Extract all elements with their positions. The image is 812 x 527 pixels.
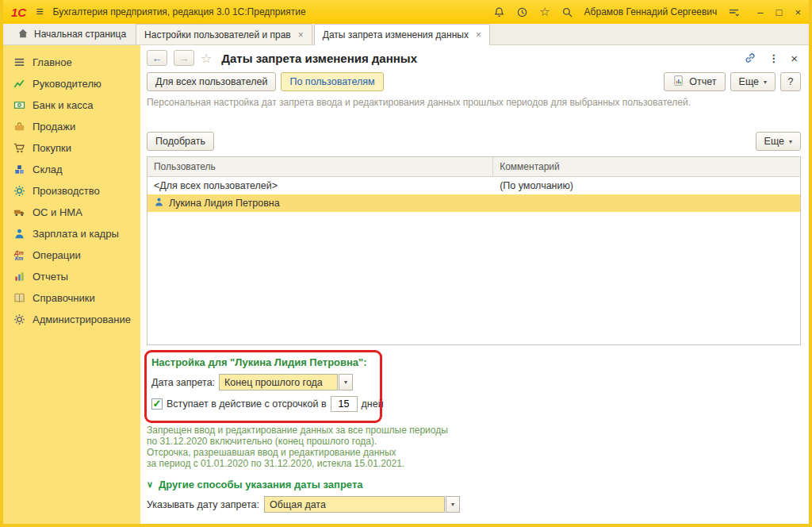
cell-user: <Для всех пользователей> xyxy=(154,180,278,191)
tab-close-icon[interactable]: × xyxy=(476,29,481,40)
back-button[interactable]: ← xyxy=(147,50,167,66)
cell-comment: (По умолчанию) xyxy=(500,180,573,191)
form-header: ← → ☆ Даты запрета изменения данных ⋮ × xyxy=(147,50,801,66)
delay-label: Вступает в действие с отсрочкой в xyxy=(167,398,327,410)
users-table: Пользователь Комментарий <Для всех польз… xyxy=(147,156,801,345)
sidebar-item-main[interactable]: Главное xyxy=(3,52,140,73)
sidebar-item-label: Склад xyxy=(33,163,63,175)
manager-trend-icon xyxy=(13,78,25,90)
sidebar-item-label: Покупки xyxy=(33,142,71,154)
more-button[interactable]: Еще ▾ xyxy=(730,72,776,91)
sidebar-item-production[interactable]: Производство xyxy=(3,180,140,202)
by-users-label: По пользователям xyxy=(289,76,374,87)
all-users-toggle[interactable]: Для всех пользователей xyxy=(147,72,276,91)
view-toolbar: Для всех пользователей По пользователям … xyxy=(147,72,801,91)
indicate-date-dropdown-button[interactable]: ▾ xyxy=(446,496,460,513)
sidebar-item-administration[interactable]: Администрирование xyxy=(3,309,140,330)
info-line: Запрещен ввод и редактирование данных за… xyxy=(147,425,801,436)
user-icon xyxy=(154,197,164,210)
tab-close-icon[interactable]: × xyxy=(298,29,304,40)
sidebar-item-purchases[interactable]: Покупки xyxy=(3,137,140,159)
report-label: Отчет xyxy=(689,76,716,87)
report-button[interactable]: Отчет xyxy=(664,72,725,91)
sidebar-item-payroll-hr[interactable]: Зарплата и кадры xyxy=(3,223,140,244)
sidebar-item-label: Операции xyxy=(33,249,81,261)
help-button[interactable]: ? xyxy=(780,72,801,91)
indicate-date-label: Указывать дату запрета: xyxy=(147,499,259,510)
sidebar-item-label: Администрирование xyxy=(33,314,131,325)
app-window: 1С ≡ Бухгалтерия предприятия, редакция 3… xyxy=(0,0,812,527)
info-line: по 31.12.2020 включительно (конец прошло… xyxy=(147,436,801,447)
report-chart-icon xyxy=(672,75,684,89)
chevron-down-icon: ▾ xyxy=(764,79,767,86)
tab-home-label: Начальная страница xyxy=(34,29,126,40)
chevron-down-icon: ▾ xyxy=(789,138,792,145)
tab-deny-dates[interactable]: Даты запрета изменения данных × xyxy=(314,24,490,45)
sidebar-item-manager[interactable]: Руководителю xyxy=(3,73,140,94)
current-user[interactable]: Абрамов Геннадий Сергеевич xyxy=(584,6,718,17)
by-users-toggle[interactable]: По пользователям xyxy=(281,72,383,91)
minimize-button[interactable]: – xyxy=(757,7,763,17)
history-icon[interactable] xyxy=(516,6,528,18)
tab-user-settings[interactable]: Настройки пользователей и прав × xyxy=(136,24,312,44)
sidebar-item-operations[interactable]: ДтКт Операции xyxy=(3,244,140,266)
form-deny-dates: ← → ☆ Даты запрета изменения данных ⋮ × … xyxy=(140,45,809,524)
table-header: Пользователь Комментарий xyxy=(147,157,800,177)
search-icon[interactable] xyxy=(561,6,573,18)
sidebar-item-bank-cash[interactable]: Банк и касса xyxy=(3,94,140,116)
indicate-date-combo: Общая дата ▾ xyxy=(264,496,460,513)
other-ways-section-header[interactable]: ∨ Другие способы указания даты запрета xyxy=(147,479,801,490)
indicate-date-field[interactable]: Общая дата xyxy=(264,496,445,513)
title-bar: 1С ≡ Бухгалтерия предприятия, редакция 3… xyxy=(3,0,809,24)
pick-button[interactable]: Подобрать xyxy=(147,132,214,151)
tab-home[interactable]: Начальная страница xyxy=(8,24,136,44)
all-users-label: Для всех пользователей xyxy=(155,76,267,87)
1c-logo: 1С xyxy=(11,6,26,19)
more-label: Еще xyxy=(739,76,759,87)
maximize-button[interactable]: □ xyxy=(776,7,783,17)
close-form-icon[interactable]: × xyxy=(791,52,798,65)
more-menu-icon[interactable]: ⋮ xyxy=(768,52,779,64)
check-icon: ✓ xyxy=(153,398,162,409)
delay-units-label: дней xyxy=(362,398,384,410)
favorites-star-icon[interactable]: ☆ xyxy=(539,5,550,19)
window-title: Бухгалтерия предприятия, редакция 3.0 1С… xyxy=(53,6,306,17)
list-more-button[interactable]: Еще ▾ xyxy=(756,132,801,151)
column-comment[interactable]: Комментарий xyxy=(493,157,800,176)
sidebar-item-reports[interactable]: Отчеты xyxy=(3,266,140,287)
deny-date-dropdown-button[interactable]: ▾ xyxy=(339,374,353,390)
titlebar-actions: ☆ Абрамов Геннадий Сергеевич – □ × xyxy=(493,5,801,19)
sidebar-item-warehouse[interactable]: Склад xyxy=(3,159,140,180)
sections-sidebar: Главное Руководителю Банк и касса Продаж… xyxy=(3,45,140,524)
forward-button[interactable]: → xyxy=(174,50,194,66)
sidebar-item-label: Продажи xyxy=(33,121,75,133)
main-section-icon xyxy=(13,56,25,68)
deny-date-row: Дата запрета: Конец прошлого года ▾ xyxy=(151,374,801,390)
main-menu-icon[interactable]: ≡ xyxy=(36,5,43,19)
info-line: Отсрочка, разрешавшая ввод и редактирова… xyxy=(147,447,801,458)
sidebar-item-catalogs[interactable]: Справочники xyxy=(3,287,140,309)
table-row-lukina[interactable]: Лукина Лидия Петровна xyxy=(147,194,800,212)
deny-info-text: Запрещен ввод и редактирование данных за… xyxy=(147,425,801,469)
get-link-icon[interactable] xyxy=(744,52,756,64)
other-ways-label: Другие способы указания даты запрета xyxy=(159,479,363,490)
column-user[interactable]: Пользователь xyxy=(147,157,493,176)
service-menu-icon[interactable] xyxy=(728,6,740,18)
favorite-star-icon[interactable]: ☆ xyxy=(201,51,212,66)
delay-days-input[interactable] xyxy=(331,396,358,412)
notifications-bell-icon[interactable] xyxy=(493,6,505,18)
delay-checkbox[interactable]: ✓ xyxy=(151,398,163,410)
sidebar-item-sales[interactable]: Продажи xyxy=(3,116,140,137)
deny-date-field[interactable]: Конец прошлого года xyxy=(219,374,338,390)
sidebar-item-fixed-assets[interactable]: ОС и НМА xyxy=(3,202,140,223)
warehouse-boxes-icon xyxy=(13,163,25,175)
close-window-button[interactable]: × xyxy=(795,7,801,17)
purchases-cart-icon xyxy=(13,142,25,154)
bank-cash-icon xyxy=(13,99,25,111)
table-row-all-users[interactable]: <Для всех пользователей> (По умолчанию) xyxy=(147,177,800,194)
sidebar-item-label: Банк и касса xyxy=(33,99,94,111)
book-icon xyxy=(13,292,25,304)
list-more-label: Еще xyxy=(764,136,784,147)
user-settings-block: Настройка для "Лукина Лидия Петровна": Д… xyxy=(147,352,801,415)
form-header-actions: ⋮ × xyxy=(744,52,801,65)
